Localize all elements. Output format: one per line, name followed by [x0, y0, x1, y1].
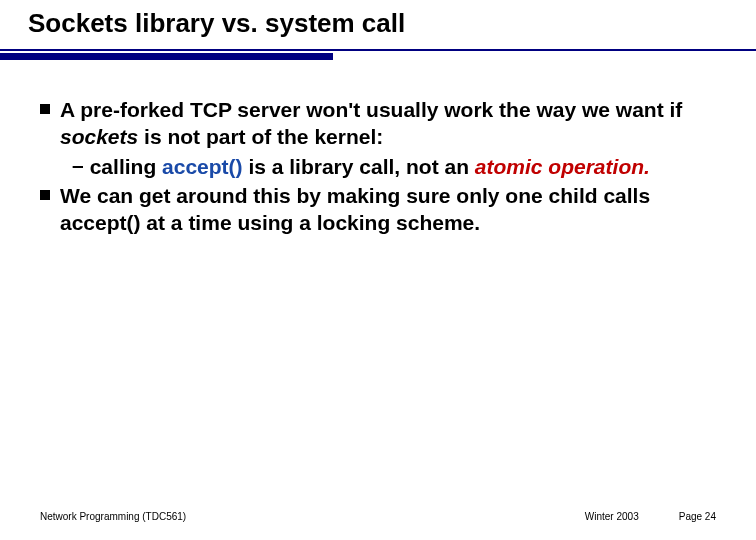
slide-title: Sockets library vs. system call: [28, 8, 756, 39]
sub-t1: calling: [90, 155, 162, 178]
footer-right: Winter 2003 Page 24: [585, 511, 716, 522]
bullet-1: A pre-forked TCP server won't usually wo…: [40, 96, 716, 151]
bullet-2-text: We can get around this by making sure on…: [60, 182, 716, 237]
footer-term: Winter 2003: [585, 511, 639, 522]
title-block: Sockets library vs. system call: [0, 0, 756, 39]
slide: Sockets library vs. system call A pre-fo…: [0, 0, 756, 540]
bullet-2: We can get around this by making sure on…: [40, 182, 716, 237]
bullet-1-pre: A pre-forked TCP server won't usually wo…: [60, 98, 682, 121]
square-bullet-icon: [40, 104, 50, 114]
content-area: A pre-forked TCP server won't usually wo…: [0, 60, 756, 236]
bullet-1-text: A pre-forked TCP server won't usually wo…: [60, 96, 716, 151]
footer-page: Page 24: [679, 511, 716, 522]
rule-thin: [0, 49, 756, 51]
footer-left: Network Programming (TDC561): [40, 511, 186, 522]
sub-bullet-1-text: calling accept() is a library call, not …: [90, 153, 650, 180]
sub-t2: is a library call, not an: [243, 155, 475, 178]
footer: Network Programming (TDC561) Winter 2003…: [0, 511, 756, 522]
dash-icon: –: [72, 153, 84, 177]
sub-blue: accept(): [162, 155, 243, 178]
square-bullet-icon: [40, 190, 50, 200]
bullet-1-post: is not part of the kernel:: [138, 125, 383, 148]
bullet-2-pre: We can get around this by making sure on…: [60, 184, 650, 234]
bullet-1-em: sockets: [60, 125, 138, 148]
sub-bullet-1: – calling accept() is a library call, no…: [40, 153, 716, 180]
title-rule: [0, 49, 756, 60]
rule-thick: [0, 53, 333, 60]
sub-red: atomic operation.: [475, 155, 650, 178]
